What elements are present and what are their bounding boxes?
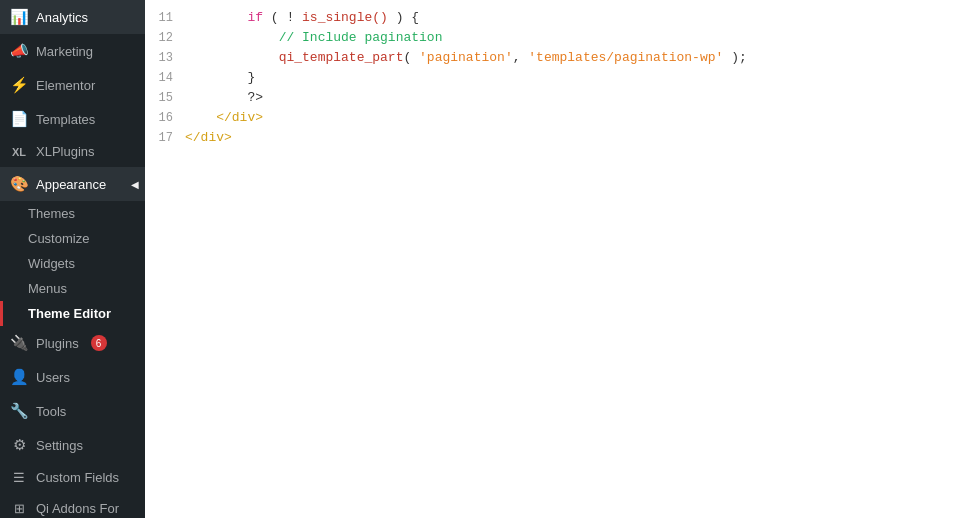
code-line-11: 11 if ( ! is_single() ) { (145, 8, 969, 28)
sidebar-item-marketing-label: Marketing (36, 44, 93, 59)
users-icon: 👤 (10, 368, 28, 386)
sidebar: 📊 Analytics 📣 Marketing ⚡ Elementor 📄 Te… (0, 0, 145, 518)
line-content-15: ?> (185, 88, 969, 108)
code-line-15: 15 ?> (145, 88, 969, 108)
sidebar-item-elementor-label: Elementor (36, 78, 95, 93)
sidebar-item-plugins[interactable]: 🔌 Plugins 6 (0, 326, 145, 360)
appearance-arrow-icon: ◀ (131, 179, 139, 190)
plugins-icon: 🔌 (10, 334, 28, 352)
sidebar-item-settings[interactable]: ⚙ Settings (0, 428, 145, 462)
line-content-17: </div> (185, 128, 969, 148)
line-content-13: qi_template_part( 'pagination', 'templat… (185, 48, 969, 68)
code-content: 11 if ( ! is_single() ) { 12 // Include … (145, 0, 969, 518)
plugins-badge: 6 (91, 335, 107, 351)
code-line-14: 14 } (145, 68, 969, 88)
code-editor[interactable]: 11 if ( ! is_single() ) { 12 // Include … (145, 0, 969, 518)
sidebar-item-templates-label: Templates (36, 112, 95, 127)
submenu-theme-editor[interactable]: Theme Editor (0, 301, 145, 326)
line-content-12: // Include pagination (185, 28, 969, 48)
submenu-menus-label: Menus (28, 281, 67, 296)
settings-icon: ⚙ (10, 436, 28, 454)
qi-addons-icon: ⊞ (10, 501, 28, 516)
xlplugins-icon: XL (10, 146, 28, 158)
line-content-16: </div> (185, 108, 969, 128)
marketing-icon: 📣 (10, 42, 28, 60)
submenu-themes[interactable]: Themes (0, 201, 145, 226)
elementor-icon: ⚡ (10, 76, 28, 94)
line-number-11: 11 (145, 8, 185, 28)
sidebar-item-tools[interactable]: 🔧 Tools (0, 394, 145, 428)
custom-fields-icon: ☰ (10, 470, 28, 485)
sidebar-item-appearance-label: Appearance (36, 177, 106, 192)
submenu-widgets[interactable]: Widgets (0, 251, 145, 276)
sidebar-item-qi-addons-label: Qi Addons For (36, 501, 119, 516)
submenu-customize-label: Customize (28, 231, 89, 246)
analytics-icon: 📊 (10, 8, 28, 26)
sidebar-item-templates[interactable]: 📄 Templates (0, 102, 145, 136)
line-content-14: } (185, 68, 969, 88)
sidebar-item-custom-fields[interactable]: ☰ Custom Fields (0, 462, 145, 493)
sidebar-item-analytics[interactable]: 📊 Analytics (0, 0, 145, 34)
sidebar-item-elementor[interactable]: ⚡ Elementor (0, 68, 145, 102)
sidebar-item-custom-fields-label: Custom Fields (36, 470, 119, 485)
line-number-13: 13 (145, 48, 185, 68)
sidebar-item-users-label: Users (36, 370, 70, 385)
line-number-16: 16 (145, 108, 185, 128)
sidebar-item-analytics-label: Analytics (36, 10, 88, 25)
submenu-themes-label: Themes (28, 206, 75, 221)
submenu-widgets-label: Widgets (28, 256, 75, 271)
appearance-submenu: Themes Customize Widgets Menus Theme Edi… (0, 201, 145, 326)
sidebar-item-marketing[interactable]: 📣 Marketing (0, 34, 145, 68)
code-line-12: 12 // Include pagination (145, 28, 969, 48)
submenu-customize[interactable]: Customize (0, 226, 145, 251)
submenu-menus[interactable]: Menus (0, 276, 145, 301)
sidebar-item-qi-addons[interactable]: ⊞ Qi Addons For (0, 493, 145, 518)
line-number-14: 14 (145, 68, 185, 88)
appearance-icon: 🎨 (10, 175, 28, 193)
templates-icon: 📄 (10, 110, 28, 128)
code-line-13: 13 qi_template_part( 'pagination', 'temp… (145, 48, 969, 68)
sidebar-item-users[interactable]: 👤 Users (0, 360, 145, 394)
sidebar-item-tools-label: Tools (36, 404, 66, 419)
code-line-16: 16 </div> (145, 108, 969, 128)
submenu-theme-editor-label: Theme Editor (28, 306, 111, 321)
line-number-12: 12 (145, 28, 185, 48)
line-number-17: 17 (145, 128, 185, 148)
line-number-15: 15 (145, 88, 185, 108)
sidebar-item-settings-label: Settings (36, 438, 83, 453)
sidebar-item-appearance[interactable]: 🎨 Appearance ◀ (0, 167, 145, 201)
line-content-11: if ( ! is_single() ) { (185, 8, 969, 28)
sidebar-item-xlplugins-label: XLPlugins (36, 144, 95, 159)
code-line-17: 17 </div> (145, 128, 969, 148)
sidebar-item-xlplugins[interactable]: XL XLPlugins (0, 136, 145, 167)
sidebar-item-plugins-label: Plugins (36, 336, 79, 351)
tools-icon: 🔧 (10, 402, 28, 420)
